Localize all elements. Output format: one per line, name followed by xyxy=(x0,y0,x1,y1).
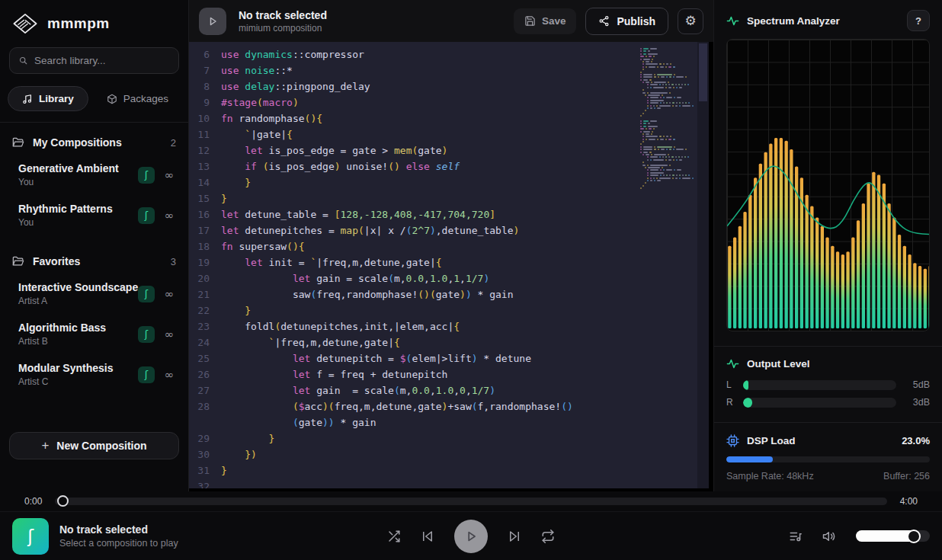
infinity-icon: ∞ xyxy=(161,287,178,301)
code-line[interactable]: (gate)) * gain xyxy=(189,414,709,430)
code-line[interactable]: 19let init = `|freq,m,detune,gate|{ xyxy=(189,254,709,270)
code-line[interactable]: 24`|freq,m,detune,gate|{ xyxy=(189,334,709,350)
list-item-interactive-soundscape[interactable]: Interactive Soundscape Artist A ʃ ∞ xyxy=(0,274,188,314)
shuffle-button[interactable] xyxy=(387,530,401,543)
infinity-icon: ∞ xyxy=(161,368,178,382)
meter-row-left: L 5dB xyxy=(714,377,942,395)
share-icon xyxy=(598,15,610,27)
repeat-button[interactable] xyxy=(541,530,555,543)
save-button[interactable]: Save xyxy=(514,8,577,34)
cpu-icon xyxy=(726,434,739,447)
code-editor[interactable]: 6use dynamics::compressor7use noise::*8u… xyxy=(189,42,709,488)
code-line[interactable]: 32 xyxy=(189,478,709,488)
preview-play-button[interactable] xyxy=(199,8,226,35)
volume-knob[interactable] xyxy=(907,530,921,543)
mimium-badge-icon: ʃ xyxy=(138,207,155,224)
seek-knob[interactable] xyxy=(57,495,69,507)
volume-slider[interactable] xyxy=(856,530,930,542)
mimium-badge-icon: ʃ xyxy=(138,366,155,383)
list-item-algorithmic-bass[interactable]: Algorithmic Bass Artist B ʃ ∞ xyxy=(0,314,188,354)
folder-icon xyxy=(12,255,24,267)
transport-controls xyxy=(387,520,555,553)
item-text: Algorithmic Bass Artist B xyxy=(18,322,132,347)
editor-minimap[interactable] xyxy=(640,48,690,193)
time-current: 0:00 xyxy=(24,496,46,507)
code-line[interactable]: 13if (is_pos_edge) unoise!() else self xyxy=(189,158,709,174)
code-line[interactable]: 18fn supersaw(){ xyxy=(189,238,709,254)
search-input[interactable] xyxy=(34,55,169,66)
code-line[interactable]: 11`|gate|{ xyxy=(189,126,709,142)
activity-icon xyxy=(726,15,739,27)
scrollbar-thumb[interactable] xyxy=(699,43,707,101)
meter-fill xyxy=(743,380,748,390)
code-line[interactable]: 14} xyxy=(189,174,709,190)
channel-label: L xyxy=(726,379,735,390)
item-title: Rhythmic Patterns xyxy=(18,203,132,215)
next-button[interactable] xyxy=(508,530,521,543)
code-line[interactable]: 17let detunepitches = map(|x| x /(2^7),d… xyxy=(189,222,709,238)
track-art: ʃ xyxy=(12,518,49,555)
code-line[interactable]: 8use delay::pingpong_delay xyxy=(189,78,709,94)
folder-icon xyxy=(12,136,24,149)
volume-icon xyxy=(822,530,836,543)
channel-label: R xyxy=(726,397,735,408)
item-text: Generative Ambient You xyxy=(18,162,132,187)
volume-button[interactable] xyxy=(822,530,836,543)
skip-forward-icon xyxy=(508,530,521,543)
editor-topbar: No track selected mimium composition Sav… xyxy=(189,0,713,42)
code-line[interactable]: 16let detune_table = [128,-128,408,-417,… xyxy=(189,206,709,222)
code-line[interactable]: 10fn randomphase(){ xyxy=(189,110,709,126)
list-item-modular-synthesis[interactable]: Modular Synthesis Artist C ʃ ∞ xyxy=(0,354,188,395)
code-line[interactable]: 15} xyxy=(189,190,709,206)
code-line[interactable]: 29} xyxy=(189,430,709,446)
tab-packages[interactable]: Packages xyxy=(93,87,182,110)
queue-button[interactable] xyxy=(789,530,803,543)
seek-track[interactable] xyxy=(55,498,887,505)
item-text: Modular Synthesis Artist C xyxy=(18,362,132,387)
code-line[interactable]: 25let detunepitch = $(elem|>lift) * detu… xyxy=(189,350,709,366)
section-my-compositions[interactable]: My Compositions 2 xyxy=(0,123,188,155)
tab-library[interactable]: Library xyxy=(8,86,88,111)
save-icon xyxy=(524,15,536,27)
code-line[interactable]: 20let gain = scale(m,0.0,1.0,1,1/7) xyxy=(189,270,709,286)
code-line[interactable]: 21saw(freq,randomphase!()(gate)) * gain xyxy=(189,286,709,302)
code-line[interactable]: 9#stage(macro) xyxy=(189,94,709,110)
code-line[interactable]: 7use noise::* xyxy=(189,62,709,78)
section-title: Favorites xyxy=(33,255,162,267)
track-info: No track selected mimium composition xyxy=(239,9,327,34)
code-line[interactable]: 31} xyxy=(189,462,709,478)
code-line[interactable]: 30}) xyxy=(189,446,709,462)
play-button[interactable] xyxy=(454,520,488,553)
plus-icon: + xyxy=(41,438,49,453)
code-line[interactable]: 23foldl(detunepitches,init,|elem,acc|{ xyxy=(189,318,709,334)
item-subtitle: You xyxy=(18,217,132,228)
item-subtitle: Artist B xyxy=(18,336,132,347)
item-title: Generative Ambient xyxy=(18,162,132,174)
list-item-rhythmic-patterns[interactable]: Rhythmic Patterns You ʃ ∞ xyxy=(0,195,188,235)
new-composition-button[interactable]: + New Composition xyxy=(9,432,179,459)
settings-button[interactable]: ⚙ xyxy=(678,8,703,34)
code-line[interactable]: 12let is_pos_edge = gate > mem(gate) xyxy=(189,142,709,158)
section-count: 2 xyxy=(171,137,176,149)
code-line[interactable]: 6use dynamics::compressor xyxy=(189,46,709,62)
code-line[interactable]: 22} xyxy=(189,302,709,318)
tab-packages-label: Packages xyxy=(123,93,168,104)
volume-fill xyxy=(856,530,914,542)
dsp-meta: Sample Rate: 48kHz Buffer: 256 xyxy=(714,462,942,482)
list-item-generative-ambient[interactable]: Generative Ambient You ʃ ∞ xyxy=(0,155,188,195)
code-line[interactable]: 26let f = freq + detunepitch xyxy=(189,366,709,382)
tab-library-label: Library xyxy=(39,93,74,104)
repeat-icon xyxy=(541,530,555,543)
help-button[interactable]: ? xyxy=(907,10,930,31)
previous-button[interactable] xyxy=(421,530,434,543)
publish-button[interactable]: Publish xyxy=(585,8,668,35)
channel-value: 5dB xyxy=(904,379,930,390)
dsp-load-section: DSP Load 23.0% Sample Rate: 48kHz Buffer… xyxy=(714,423,942,491)
code-line[interactable]: 27let gain = scale(m,0.0,1.0,0,1/7) xyxy=(189,382,709,398)
section-favorites[interactable]: Favorites 3 xyxy=(0,235,188,274)
code-line[interactable]: 28($acc)(freq,m,detune,gate)+saw(f,rando… xyxy=(189,398,709,414)
editor-scrollbar[interactable] xyxy=(697,42,709,488)
level-meter-right xyxy=(743,398,896,408)
play-icon xyxy=(464,530,478,543)
brand-row: mmmpm xyxy=(0,0,188,46)
